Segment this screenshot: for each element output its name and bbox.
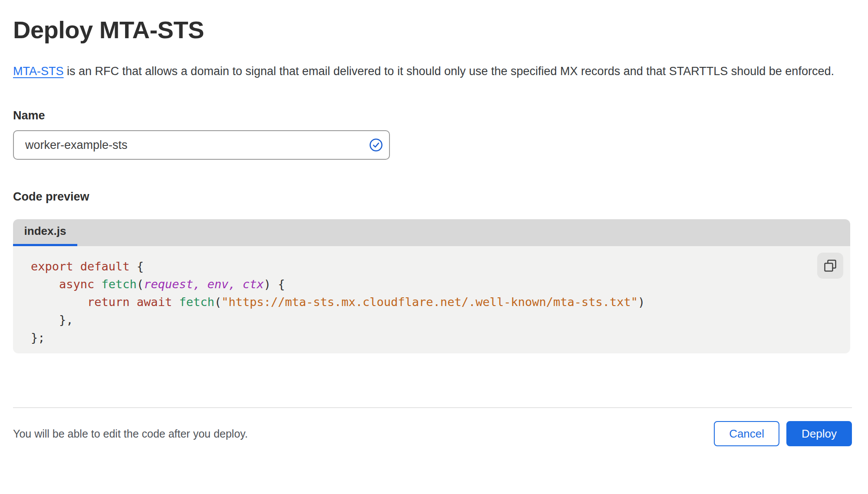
footer-note: You will be able to edit the code after … [13,428,248,440]
code-line: }, [31,311,820,329]
page-title: Deploy MTA-STS [13,16,855,44]
name-label: Name [13,109,855,122]
code-line: }; [31,329,820,346]
copy-icon [823,258,838,273]
code-line: export default { [31,257,820,275]
description: MTA-STS is an RFC that allows a domain t… [13,62,843,81]
name-input[interactable] [13,130,390,160]
cancel-button[interactable]: Cancel [714,421,779,446]
mta-sts-link[interactable]: MTA-STS [13,65,64,78]
deploy-mta-sts-page: Deploy MTA-STS MTA-STS is an RFC that al… [0,16,868,494]
name-input-wrap [13,130,390,160]
code-tab-bar: index.js [13,219,850,246]
tab-index-js[interactable]: index.js [13,219,77,246]
deploy-button[interactable]: Deploy [786,421,852,446]
code-line: return await fetch("https://mta-sts.mx.c… [31,293,820,311]
footer-actions: Cancel Deploy [714,421,852,446]
footer-divider [13,407,852,408]
code-preview-label: Code preview [13,190,855,203]
code-line: async fetch(request, env, ctx) { [31,275,820,293]
copy-code-button[interactable] [817,253,843,279]
code-content: export default { async fetch(request, en… [31,257,820,346]
code-preview-block: index.js export default { async fetch(re… [13,219,850,353]
tab-index-js-label: index.js [24,224,66,239]
code-editor-area: export default { async fetch(request, en… [13,246,850,353]
footer: You will be able to edit the code after … [13,421,852,446]
description-text: is an RFC that allows a domain to signal… [64,65,834,78]
